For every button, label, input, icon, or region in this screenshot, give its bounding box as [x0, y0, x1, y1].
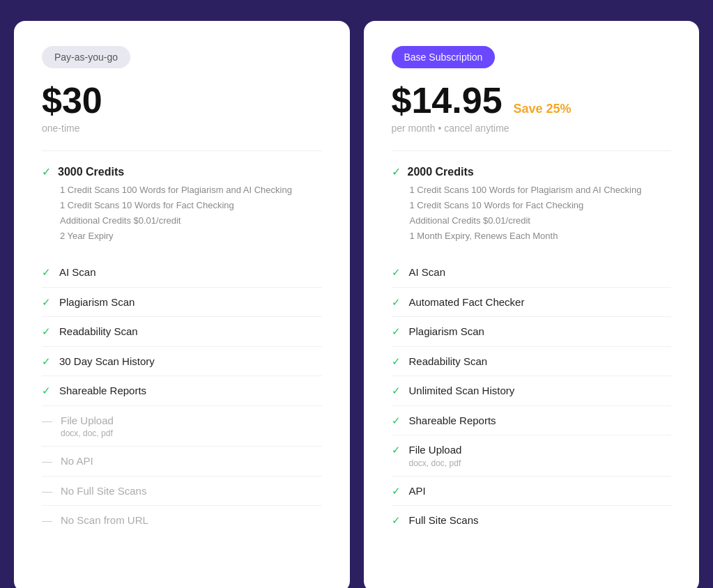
divider-payg: [42, 150, 322, 151]
check-icon-shareable: ✓: [42, 385, 51, 397]
price-sub-card: $14.95: [392, 82, 503, 118]
badge-subscription: Base Subscription: [392, 46, 496, 68]
check-icon-sub-shareable: ✓: [392, 415, 401, 427]
feature-text-readability: Readability Scan: [59, 325, 138, 339]
feature-list-payg: ✓ AI Scan ✓ Plagiarism Scan ✓ Readabilit…: [42, 258, 322, 535]
sub-feature-ai-scan: ✓ AI Scan: [392, 258, 672, 287]
dash-icon-no-api: —: [42, 455, 52, 467]
credits-detail-4: 2 Year Expiry: [60, 229, 322, 244]
sub-feature-fact-checker: ✓ Automated Fact Checker: [392, 287, 672, 317]
sub-feature-shareable: ✓ Shareable Reports: [392, 405, 672, 435]
credits-title-payg: 3000 Credits: [58, 166, 124, 178]
check-icon-ai-scan: ✓: [42, 266, 51, 279]
check-icon-sub-plagiarism: ✓: [392, 325, 401, 338]
feature-text-scan-history: 30 Day Scan History: [59, 355, 155, 369]
feature-file-upload: — File Upload docx, doc, pdf: [42, 405, 322, 447]
price-row-sub: $14.95 Save 25%: [392, 82, 672, 118]
credits-section-sub: ✓ 2000 Credits 1 Credit Scans 100 Words …: [392, 165, 672, 244]
sub-feature-plagiarism: ✓ Plagiarism Scan: [392, 316, 672, 346]
sub-feature-text-unlimited-history: Unlimited Scan History: [409, 384, 515, 398]
check-icon-sub-ai-scan: ✓: [392, 266, 401, 279]
price-sub-text: per month • cancel anytime: [392, 123, 672, 134]
check-icon-scan-history: ✓: [42, 355, 51, 368]
credits-detail-2: 1 Credit Scans 10 Words for Fact Checkin…: [60, 198, 322, 213]
check-icon-api: ✓: [392, 485, 401, 497]
sub-credits-detail-2: 1 Credit Scans 10 Words for Fact Checkin…: [410, 198, 672, 213]
credits-title-sub: 2000 Credits: [408, 166, 474, 178]
check-icon-sub-readability: ✓: [392, 355, 401, 368]
sub-feature-text-fact-checker: Automated Fact Checker: [409, 295, 525, 309]
price-payg: $30: [42, 82, 102, 118]
sub-feature-file-upload: ✓ File Upload docx, doc, pdf: [392, 435, 672, 476]
credits-check-payg: ✓: [42, 165, 51, 178]
sub-feature-unlimited-history: ✓ Unlimited Scan History: [392, 376, 672, 405]
check-icon-plagiarism: ✓: [42, 296, 51, 309]
feature-text-file-upload: File Upload docx, doc, pdf: [61, 414, 114, 439]
card-payg: Pay-as-you-go $30 one-time ✓ 3000 Credit…: [14, 21, 350, 588]
sub-feature-text-readability: Readability Scan: [409, 355, 488, 369]
sub-feature-text-file-upload: File Upload docx, doc, pdf: [409, 443, 462, 468]
card-subscription: Base Subscription $14.95 Save 25% per mo…: [364, 21, 700, 588]
sub-credits-detail-1: 1 Credit Scans 100 Words for Plagiarism …: [410, 183, 672, 198]
dash-icon-file-upload: —: [42, 415, 52, 426]
check-icon-sub-file-upload: ✓: [392, 444, 401, 456]
feature-plagiarism-scan: ✓ Plagiarism Scan: [42, 287, 322, 317]
feature-scan-history: ✓ 30 Day Scan History: [42, 346, 322, 376]
sub-feature-text-api: API: [409, 484, 426, 498]
credits-details-sub: 1 Credit Scans 100 Words for Plagiarism …: [392, 183, 672, 244]
credits-title-row-sub: ✓ 2000 Credits: [392, 165, 672, 178]
credits-title-row-payg: ✓ 3000 Credits: [42, 165, 322, 178]
dash-icon-no-full-site: —: [42, 485, 52, 497]
feature-shareable-reports: ✓ Shareable Reports: [42, 376, 322, 405]
price-row-payg: $30: [42, 82, 322, 118]
feature-no-scan-url: — No Scan from URL: [42, 505, 322, 535]
sub-credits-detail-3: Additional Credits $0.01/credit: [410, 213, 672, 229]
sub-feature-readability: ✓ Readability Scan: [392, 346, 672, 376]
sub-feature-full-site: ✓ Full Site Scans: [392, 505, 672, 535]
credits-details-payg: 1 Credit Scans 100 Words for Plagiarism …: [42, 183, 322, 244]
check-icon-readability: ✓: [42, 325, 51, 338]
save-badge: Save 25%: [514, 102, 572, 116]
dash-icon-no-scan-url: —: [42, 514, 52, 526]
divider-sub: [392, 150, 672, 151]
feature-readability-scan: ✓ Readability Scan: [42, 316, 322, 346]
check-icon-fact-checker: ✓: [392, 296, 401, 309]
feature-text-plagiarism: Plagiarism Scan: [59, 295, 135, 309]
feature-text-no-api: No API: [61, 454, 93, 468]
credits-detail-1: 1 Credit Scans 100 Words for Plagiarism …: [60, 183, 322, 198]
price-sub-payg: one-time: [42, 123, 322, 134]
credits-detail-3: Additional Credits $0.01/credit: [60, 213, 322, 229]
badge-payg: Pay-as-you-go: [42, 46, 130, 68]
feature-text-no-scan-url: No Scan from URL: [61, 513, 148, 527]
feature-list-sub: ✓ AI Scan ✓ Automated Fact Checker ✓ Pla…: [392, 258, 672, 535]
feature-text-no-full-site: No Full Site Scans: [61, 484, 146, 498]
sub-feature-text-shareable: Shareable Reports: [409, 414, 496, 428]
sub-feature-api: ✓ API: [392, 476, 672, 506]
feature-text-shareable: Shareable Reports: [59, 384, 146, 398]
feature-no-api: — No API: [42, 446, 322, 476]
check-icon-unlimited-history: ✓: [392, 385, 401, 397]
check-icon-full-site: ✓: [392, 514, 401, 527]
credits-check-sub: ✓: [392, 165, 401, 178]
sub-credits-detail-4: 1 Month Expiry, Renews Each Month: [410, 229, 672, 244]
credits-section-payg: ✓ 3000 Credits 1 Credit Scans 100 Words …: [42, 165, 322, 244]
feature-text-ai-scan: AI Scan: [59, 265, 96, 279]
sub-feature-text-ai-scan: AI Scan: [409, 265, 446, 279]
sub-feature-text-plagiarism: Plagiarism Scan: [409, 325, 484, 339]
pricing-cards: Pay-as-you-go $30 one-time ✓ 3000 Credit…: [14, 14, 699, 588]
feature-ai-scan: ✓ AI Scan: [42, 258, 322, 287]
sub-feature-text-full-site: Full Site Scans: [409, 513, 479, 527]
feature-no-full-site: — No Full Site Scans: [42, 476, 322, 506]
